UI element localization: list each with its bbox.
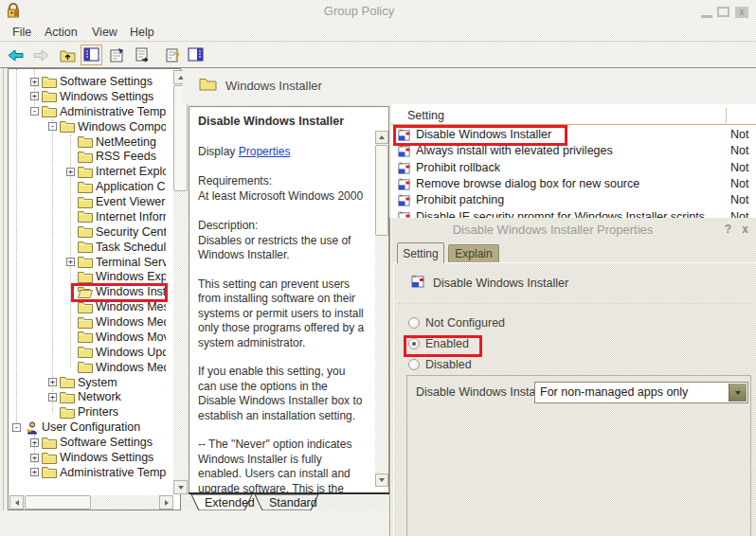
expand-icon[interactable]: + — [30, 78, 39, 86]
properties-icon[interactable] — [109, 47, 125, 63]
radio-button[interactable] — [408, 359, 420, 370]
tree-item-administrative-templa[interactable]: -Administrative Templa — [30, 104, 166, 119]
display-properties-line: Display Properties — [198, 145, 366, 160]
settings-row-prohibit-patching[interactable]: Prohibit patchingNot — [391, 192, 756, 208]
console-tree: +Software Settings+Windows Settings-Admi… — [9, 69, 166, 493]
folder-icon — [42, 76, 57, 88]
expand-icon[interactable]: + — [48, 378, 57, 386]
tree-item-software-settings[interactable]: +Software Settings — [30, 435, 153, 450]
menu-file[interactable]: File — [12, 26, 31, 39]
tree-item-task-schedule[interactable]: Task Schedule — [66, 240, 166, 255]
tree-item-network[interactable]: +Network — [48, 389, 121, 404]
collapse-icon[interactable]: - — [48, 122, 57, 131]
tree-item-label: Application Co — [96, 180, 166, 193]
radio-button[interactable] — [408, 317, 420, 329]
maximize-button[interactable] — [717, 7, 729, 17]
tree-item-label: Windows Expl — [96, 270, 166, 283]
settings-row-remove-browse-dialog-box-for-new-source[interactable]: Remove browse dialog box for new sourceN… — [391, 176, 756, 192]
settings-row-prohibit-rollback[interactable]: Prohibit rollbackNot — [391, 160, 756, 176]
tree-item-internet-explor[interactable]: +Internet Explor — [66, 164, 166, 179]
tree-item-internet-inform[interactable]: Internet Inform — [66, 209, 166, 224]
dialog-help-button[interactable]: ? — [725, 223, 731, 236]
menu-view[interactable]: View — [92, 26, 117, 39]
scroll-up-button[interactable] — [375, 131, 388, 144]
expand-icon[interactable]: + — [30, 454, 39, 462]
column-divider[interactable] — [726, 108, 727, 123]
tab-setting[interactable]: Setting — [397, 242, 444, 263]
scroll-thumb[interactable] — [25, 495, 91, 509]
tree-item-label: Event Viewer — [96, 195, 165, 208]
expand-icon[interactable]: + — [66, 168, 75, 176]
combo-dropdown-button[interactable] — [729, 384, 747, 402]
tree-item-user-configuration[interactable]: -User Configuration — [12, 420, 140, 435]
tree-item-rss-feeds[interactable]: RSS Feeds — [66, 149, 156, 164]
forward-icon[interactable] — [33, 47, 49, 63]
description-scrollbar[interactable] — [375, 131, 388, 487]
scroll-left-button[interactable] — [9, 495, 24, 509]
tree-item-label: Task Schedule — [96, 241, 166, 254]
tree-item-event-viewer[interactable]: Event Viewer — [66, 194, 165, 209]
properties-link[interactable]: Properties — [239, 145, 291, 158]
collapse-icon[interactable]: - — [12, 423, 21, 432]
tree-item-software-settings[interactable]: +Software Settings — [30, 74, 153, 89]
tree-item-windows-med[interactable]: Windows Med — [66, 360, 166, 375]
help-icon[interactable]: ? — [165, 47, 181, 63]
collapse-icon[interactable]: - — [30, 107, 39, 116]
menu-action[interactable]: Action — [45, 26, 78, 39]
up-one-level-icon[interactable] — [60, 47, 76, 63]
description-label: Description: — [198, 219, 366, 234]
expand-icon[interactable]: + — [66, 258, 75, 266]
combo-value: For non-managed apps only — [540, 385, 688, 399]
tree-item-windows-settings[interactable]: +Windows Settings — [30, 89, 153, 104]
tree-item-printers[interactable]: Printers — [48, 404, 118, 420]
tree-item-label: Windows Upd — [96, 346, 166, 359]
tree-horizontal-scrollbar[interactable] — [9, 495, 173, 509]
expand-icon[interactable]: + — [30, 438, 39, 447]
dialog-close-button[interactable]: x — [742, 223, 748, 236]
tree-item-netmeeting[interactable]: NetMeeting — [66, 134, 156, 150]
scroll-down-button[interactable] — [173, 480, 188, 494]
menu-help[interactable]: Help — [130, 26, 154, 39]
folder-icon — [78, 210, 93, 223]
scroll-thumb[interactable] — [375, 145, 388, 236]
tree-item-windows-compon[interactable]: -Windows Compon — [48, 119, 166, 134]
svg-text:?: ? — [173, 50, 180, 62]
description-paragraph: This setting can prevent users from inst… — [198, 277, 366, 351]
minimize-button[interactable] — [701, 7, 712, 18]
window-title: Group Policy — [0, 4, 718, 18]
tree-vertical-scrollbar[interactable] — [173, 70, 188, 494]
expand-icon[interactable]: + — [48, 393, 57, 402]
tree-item-label: Software Settings — [60, 75, 153, 88]
folder-icon — [78, 151, 93, 163]
disable-installer-combo[interactable]: For non-managed apps only — [534, 382, 748, 403]
tab-standard[interactable]: Standard — [255, 494, 318, 510]
scroll-down-button[interactable] — [375, 473, 388, 487]
tab-explain[interactable]: Explain — [448, 244, 499, 263]
export-list-icon[interactable] — [135, 47, 151, 63]
tree-item-label: Internet Explor — [96, 165, 166, 178]
tree-item-windows-settings[interactable]: +Windows Settings — [30, 450, 153, 465]
tree-item-terminal-servic[interactable]: +Terminal Servic — [66, 255, 166, 270]
column-header-setting[interactable]: Setting — [391, 106, 756, 125]
radio-disabled[interactable]: Disabled — [408, 358, 472, 371]
tree-item-windows-mov[interactable]: Windows Mov — [66, 330, 166, 345]
show-action-pane-icon[interactable] — [188, 47, 204, 63]
tree-item-security-cente[interactable]: Security Cente — [66, 224, 166, 240]
tree-item-administrative-templa[interactable]: +Administrative Templa — [30, 465, 166, 480]
back-icon[interactable] — [8, 47, 24, 63]
radio-not-configured[interactable]: Not Configured — [408, 316, 505, 330]
expand-icon[interactable]: + — [30, 92, 39, 100]
tab-extended[interactable]: Extended — [191, 494, 255, 510]
expand-icon[interactable]: + — [30, 468, 39, 476]
tree-item-system[interactable]: +System — [48, 375, 117, 390]
scroll-right-button[interactable] — [159, 495, 173, 509]
dialog-title: Disable Windows Installer Properties — [391, 223, 714, 237]
tree-item-label: Administrative Templa — [60, 466, 166, 479]
tree-item-application-co[interactable]: Application Co — [66, 179, 166, 194]
description-paragraph: -- The "Never" option indicates Windows … — [198, 438, 366, 493]
show-console-tree-button[interactable] — [81, 45, 102, 65]
tree-item-windows-upd[interactable]: Windows Upd — [66, 345, 166, 360]
tree-item-windows-med[interactable]: Windows Med — [66, 314, 166, 330]
dialog-separator — [399, 303, 751, 304]
close-button[interactable]: x — [735, 7, 748, 18]
